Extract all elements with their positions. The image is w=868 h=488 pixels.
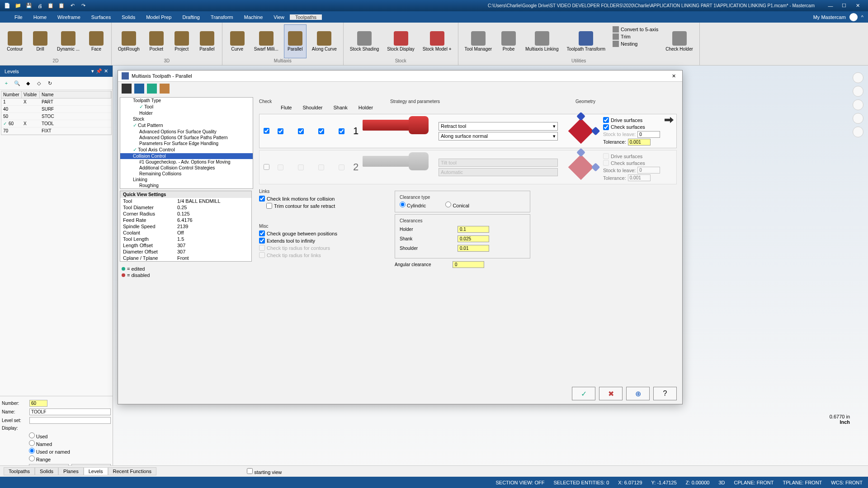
tab-solids[interactable]: Solids bbox=[35, 467, 58, 475]
tree-adv-surf-paths[interactable]: Advanced Options Of Surface Paths Patter… bbox=[120, 135, 253, 141]
ribbon-stock-shading[interactable]: Stock Shading bbox=[347, 24, 382, 58]
ribbon-dynamic[interactable]: Dynamic ... bbox=[54, 24, 82, 58]
redo-icon[interactable]: ↷ bbox=[80, 2, 87, 9]
levels-name-input[interactable] bbox=[29, 408, 111, 415]
conical-radio[interactable]: Conical bbox=[445, 203, 469, 208]
ribbon-probe[interactable]: Probe bbox=[497, 24, 520, 58]
menu-surfaces[interactable]: Surfaces bbox=[86, 14, 116, 20]
display-range-radio[interactable]: Range bbox=[29, 455, 111, 462]
geometry-icon[interactable] bbox=[565, 118, 597, 144]
tree-remaining[interactable]: Remaining Collisions bbox=[120, 171, 253, 177]
file-open-icon[interactable]: 📁 bbox=[14, 2, 22, 9]
tree-linking[interactable]: Linking bbox=[120, 177, 253, 183]
row1-shank-check[interactable] bbox=[318, 128, 324, 134]
tree-roughing[interactable]: Roughing bbox=[120, 183, 253, 188]
stock-leave-input[interactable] bbox=[637, 131, 660, 138]
tree-toolpath-type[interactable]: Toolpath Type bbox=[120, 98, 253, 103]
tree-stock[interactable]: Stock bbox=[120, 116, 253, 122]
menu-chevron-icon[interactable]: ^ bbox=[861, 14, 863, 20]
section-view-status[interactable]: SECTION VIEW: OFF bbox=[496, 480, 545, 485]
help-button[interactable]: ? bbox=[653, 387, 677, 400]
ribbon-project[interactable]: Project bbox=[170, 24, 193, 58]
undo-icon[interactable]: ↶ bbox=[69, 2, 76, 9]
row1-strategy-select[interactable]: Retract tool▾ bbox=[439, 122, 558, 131]
levels-filter1-icon[interactable]: ◆ bbox=[24, 79, 33, 88]
dialog-save-icon[interactable] bbox=[134, 84, 144, 94]
ribbon-drill[interactable]: Drill bbox=[29, 24, 52, 58]
dialog-tool4-icon[interactable] bbox=[160, 84, 170, 94]
menu-modelprep[interactable]: Model Prep bbox=[141, 14, 177, 20]
display-used-named-radio[interactable]: Used or named bbox=[29, 448, 111, 455]
levels-add-icon[interactable]: + bbox=[2, 79, 11, 88]
row1-flute-check[interactable] bbox=[278, 128, 283, 134]
tree-gouge-check[interactable]: #1 Gougecheckop. - Adv. Options For Movi… bbox=[120, 159, 253, 165]
levels-refresh-icon[interactable]: ↻ bbox=[45, 79, 54, 88]
ribbon-tool-mgr[interactable]: Tool Manager bbox=[462, 24, 495, 58]
tree-collision-control[interactable]: Collision Control bbox=[120, 153, 253, 159]
row2-enable-check[interactable] bbox=[264, 164, 269, 170]
holder-clearance-input[interactable] bbox=[458, 226, 489, 233]
tree-holder[interactable]: Holder bbox=[120, 110, 253, 116]
tree-tool[interactable]: ✓Tool bbox=[120, 103, 253, 110]
levels-row[interactable]: 1XPART bbox=[1, 99, 111, 106]
print-icon[interactable]: 🖨 bbox=[36, 2, 43, 9]
levels-set-input[interactable] bbox=[29, 417, 111, 424]
menu-machine[interactable]: Machine bbox=[239, 14, 269, 20]
menu-solids[interactable]: Solids bbox=[116, 14, 141, 20]
user-label[interactable]: My Mastercam bbox=[813, 14, 846, 20]
shoulder-clearance-input[interactable] bbox=[458, 245, 489, 252]
row1-direction-select[interactable]: Along surface normal▾ bbox=[439, 132, 558, 141]
wcs-status[interactable]: WCS: FRONT bbox=[831, 480, 863, 485]
levels-row[interactable]: ✓60XTOOL bbox=[1, 120, 111, 127]
levels-close-icon[interactable]: ✕ bbox=[104, 68, 108, 74]
ribbon-curve[interactable]: Curve bbox=[226, 24, 249, 58]
view-tool-icon[interactable] bbox=[853, 113, 863, 124]
extends-tool[interactable] bbox=[259, 238, 265, 244]
tab-levels[interactable]: Levels bbox=[84, 467, 108, 475]
tab-planes[interactable]: Planes bbox=[58, 467, 84, 475]
cylindric-radio[interactable]: Cylindric bbox=[400, 203, 426, 208]
levels-number-input[interactable] bbox=[29, 400, 47, 407]
ribbon-stock-model[interactable]: Stock Model + bbox=[420, 24, 454, 58]
copy-icon[interactable]: 📋 bbox=[47, 2, 54, 9]
menu-home[interactable]: Home bbox=[28, 14, 52, 20]
view-tool-icon[interactable] bbox=[853, 72, 863, 83]
menu-file[interactable]: File bbox=[9, 14, 28, 20]
ribbon-face[interactable]: Face bbox=[85, 24, 108, 58]
ribbon-convert-5axis[interactable]: Convert to 5-axis bbox=[613, 26, 658, 33]
paste-icon[interactable]: 📋 bbox=[58, 2, 65, 9]
tree-add-collision[interactable]: Additional Collision Control Strategies bbox=[120, 165, 253, 171]
tab-recent[interactable]: Recent Functions bbox=[108, 467, 157, 475]
trim-contour[interactable] bbox=[266, 203, 272, 209]
view-tool-icon[interactable] bbox=[853, 86, 863, 97]
menu-transform[interactable]: Transform bbox=[205, 14, 239, 20]
starting-view-check[interactable] bbox=[247, 468, 253, 474]
ribbon-toolpath-trans[interactable]: Toolpath Transform bbox=[564, 24, 608, 58]
levels-filter2-icon[interactable]: ◇ bbox=[34, 79, 43, 88]
minimize-button[interactable]: — bbox=[824, 3, 837, 9]
check-link-motions[interactable] bbox=[259, 196, 265, 202]
tplane-status[interactable]: TPLANE: FRONT bbox=[783, 480, 822, 485]
ribbon-optirough[interactable]: OptiRough bbox=[115, 24, 142, 58]
levels-pin-icon[interactable]: 📌 bbox=[96, 68, 102, 74]
check-surfaces-check[interactable] bbox=[603, 124, 609, 130]
ribbon-multi-link[interactable]: Multiaxis Linking bbox=[523, 24, 561, 58]
file-save-icon[interactable]: 💾 bbox=[25, 2, 33, 9]
display-used-radio[interactable]: Used bbox=[29, 432, 111, 439]
drive-surfaces-check[interactable] bbox=[603, 117, 609, 123]
tree-tool-axis[interactable]: ✓Tool Axis Control bbox=[120, 146, 253, 153]
view-tool-icon[interactable] bbox=[853, 127, 863, 137]
ribbon-swarf[interactable]: Swarf Milli... bbox=[251, 24, 281, 58]
dim-mode[interactable]: 3D bbox=[718, 480, 725, 485]
row1-enable-check[interactable] bbox=[264, 128, 269, 134]
tolerance-input[interactable] bbox=[628, 139, 651, 145]
menu-wireframe[interactable]: Wireframe bbox=[52, 14, 86, 20]
levels-row[interactable]: 40SURF bbox=[1, 106, 111, 113]
menu-view[interactable]: View bbox=[268, 14, 290, 20]
ribbon-pocket[interactable]: Pocket bbox=[145, 24, 168, 58]
check-gouge[interactable] bbox=[259, 230, 265, 236]
dialog-open-icon[interactable] bbox=[147, 84, 157, 94]
tree-cut-pattern[interactable]: ✓Cut Pattern bbox=[120, 122, 253, 129]
add-button[interactable]: ⊕ bbox=[626, 387, 650, 400]
levels-row[interactable]: 50STOC bbox=[1, 113, 111, 120]
